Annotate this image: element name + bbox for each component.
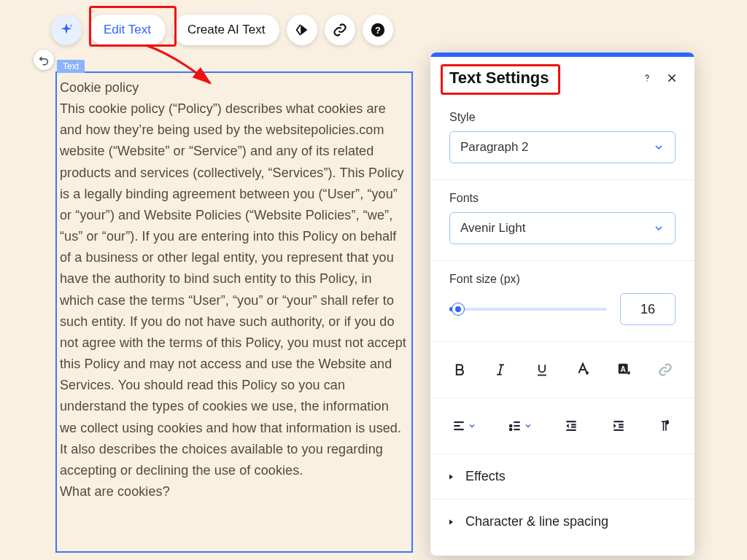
bold-icon [452,362,467,377]
indent-increase-icon [611,419,626,433]
link-icon [658,362,673,377]
undo-icon [38,54,50,66]
effects-section-toggle[interactable]: Effects [430,454,694,499]
undo-button[interactable] [34,50,54,70]
caret-right-icon [446,472,455,481]
chevron-down-icon [653,141,665,153]
edit-text-button[interactable]: Edit Text [89,15,166,45]
panel-header: Text Settings [430,57,694,101]
chevron-down-icon [468,421,476,430]
chevron-down-icon [653,222,665,234]
panel-title: Text Settings [449,69,632,88]
effects-label: Effects [465,469,506,484]
help-icon: ? [370,22,386,38]
editor-toolbar: Edit Text Create AI Text ? [51,15,393,45]
font-size-slider[interactable] [449,302,607,316]
animation-button[interactable] [287,15,317,45]
indent-decrease-icon [564,419,578,433]
align-button[interactable] [445,411,483,440]
close-icon [666,72,678,84]
caret-right-icon [446,518,455,526]
svg-point-15 [509,429,511,431]
highlight-icon: A [616,362,632,378]
font-size-input[interactable]: 16 [620,293,676,325]
text-editor-content[interactable]: Cookie policy This cookie policy (“Polic… [55,71,413,553]
svg-text:?: ? [375,25,381,36]
link-icon [333,23,347,37]
panel-body-wrapper: Style Paragraph 2 Fonts Avenir Light Fon… [430,99,694,556]
svg-point-2 [646,80,647,81]
text-link-button[interactable] [651,355,680,384]
help-icon [641,72,653,84]
panel-help-button[interactable] [638,69,657,88]
style-section: Style Paragraph 2 [430,99,694,180]
rtl-icon [658,419,673,433]
indent-decrease-button[interactable] [557,411,586,440]
help-button[interactable]: ? [363,15,393,45]
italic-button[interactable] [486,355,515,384]
text-direction-button[interactable] [651,411,680,440]
style-dropdown[interactable]: Paragraph 2 [449,131,676,163]
chevron-down-icon [524,421,533,430]
sparkle-icon [58,22,74,38]
ai-sparkle-button[interactable] [51,15,82,45]
fonts-dropdown[interactable]: Avenir Light [449,212,676,244]
svg-text:A: A [620,365,626,373]
fonts-section: Fonts Avenir Light [430,180,694,261]
char-line-label: Character & line spacing [465,514,608,529]
char-line-section-toggle[interactable]: Character & line spacing [430,499,694,544]
paragraph-format-row [430,398,694,454]
panel-close-button[interactable] [662,69,681,88]
list-button[interactable] [501,411,539,440]
style-value: Paragraph 2 [460,140,529,155]
highlight-color-button[interactable]: A [610,355,639,384]
link-button[interactable] [325,15,355,45]
fonts-value: Avenir Light [460,221,525,236]
italic-icon [493,362,508,377]
align-left-icon [452,419,466,433]
text-color-button[interactable] [568,355,597,384]
bullet-list-icon [508,419,522,433]
font-size-section: Font size (px) 16 [430,261,694,342]
svg-point-14 [509,425,511,427]
font-size-label: Font size (px) [449,273,676,286]
indent-increase-button[interactable] [604,411,633,440]
fonts-label: Fonts [449,192,676,205]
create-ai-text-button[interactable]: Create AI Text [173,15,279,45]
animation-icon [294,22,310,38]
underline-icon [535,362,549,377]
svg-line-5 [500,365,502,374]
bold-button[interactable] [445,355,474,384]
element-type-badge: Text [57,60,85,73]
style-label: Style [449,111,676,124]
text-format-row: A [430,342,694,398]
text-color-icon [575,362,591,378]
underline-button[interactable] [527,355,557,384]
